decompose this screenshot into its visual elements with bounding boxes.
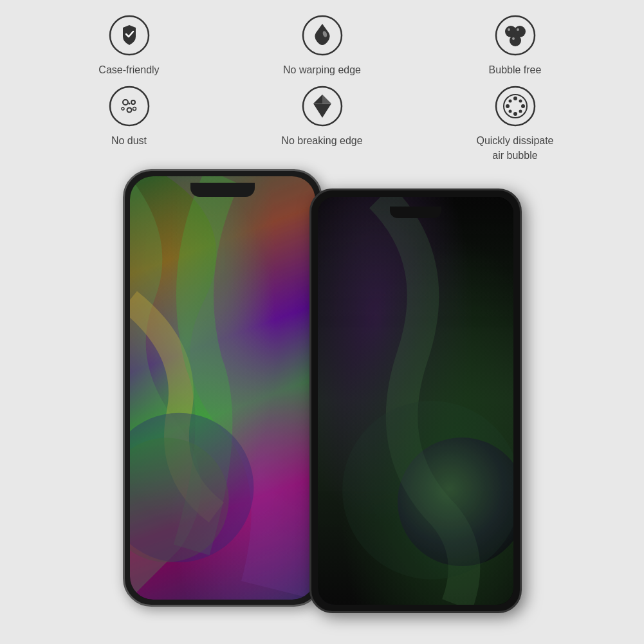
- case-friendly-icon: [107, 13, 152, 58]
- quickly-dissipate-label: Quickly dissipate air bubble: [476, 134, 553, 163]
- svg-point-6: [510, 35, 521, 46]
- svg-point-15: [133, 107, 136, 111]
- mute-switch: [123, 235, 125, 255]
- svg-point-9: [512, 37, 515, 40]
- svg-point-33: [342, 401, 513, 579]
- feature-no-dust: No dust: [33, 84, 226, 163]
- case-friendly-label: Case-friendly: [98, 63, 159, 77]
- svg-point-29: [508, 110, 511, 113]
- svg-point-16: [128, 103, 130, 105]
- glass-inner: [318, 197, 513, 605]
- svg-point-13: [127, 108, 131, 113]
- feature-case-friendly: Case-friendly: [33, 13, 226, 77]
- svg-point-11: [123, 100, 128, 105]
- svg-point-30: [508, 100, 511, 103]
- no-breaking-icon: [300, 84, 345, 129]
- no-warping-label: No warping edge: [283, 63, 361, 77]
- volume-up-button: [123, 264, 125, 300]
- no-dust-icon: [107, 84, 152, 129]
- phone-screen: [130, 176, 315, 600]
- phone-device: [123, 169, 322, 607]
- no-breaking-label: No breaking edge: [281, 134, 362, 148]
- bubble-free-icon: [493, 13, 538, 58]
- svg-point-12: [131, 100, 135, 104]
- svg-point-21: [496, 87, 535, 125]
- product-image: [123, 169, 522, 632]
- svg-point-26: [506, 104, 510, 108]
- svg-point-14: [122, 107, 124, 110]
- feature-no-warping-edge: No warping edge: [226, 13, 419, 77]
- svg-point-10: [110, 87, 149, 125]
- svg-point-24: [521, 104, 525, 108]
- no-warping-icon: [300, 13, 345, 58]
- phone-notch: [190, 183, 255, 197]
- svg-point-28: [519, 110, 522, 113]
- no-dust-label: No dust: [111, 134, 147, 148]
- feature-no-breaking-edge: No breaking edge: [226, 84, 419, 163]
- svg-point-23: [513, 97, 517, 100]
- svg-marker-19: [322, 95, 331, 104]
- feature-bubble-free: Bubble free: [419, 13, 612, 77]
- volume-down-button: [123, 309, 125, 345]
- bubble-free-label: Bubble free: [489, 63, 542, 77]
- glass-notch: [390, 207, 441, 218]
- svg-point-8: [517, 28, 519, 31]
- svg-point-7: [508, 28, 510, 31]
- svg-point-25: [513, 112, 517, 116]
- glass-protector: [309, 189, 522, 613]
- quickly-dissipate-icon: [493, 84, 538, 129]
- features-grid: Case-friendly No warping edge: [33, 13, 612, 163]
- feature-quickly-dissipate: Quickly dissipate air bubble: [419, 84, 612, 163]
- svg-point-27: [519, 100, 522, 103]
